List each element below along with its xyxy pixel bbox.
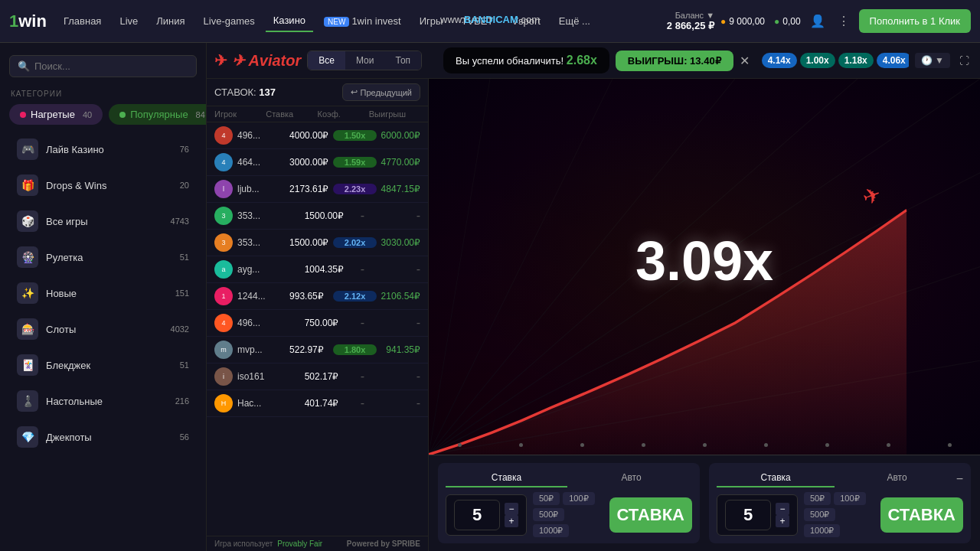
table-icon: ♟️ <box>17 390 38 412</box>
player-name: 353... <box>237 237 289 248</box>
nav-live[interactable]: Live <box>112 11 145 31</box>
preset-500-2[interactable]: 500₽ <box>804 508 835 521</box>
preset-500-1[interactable]: 500₽ <box>533 508 564 521</box>
sidebar-count-all-games: 4743 <box>171 217 189 226</box>
player-name: 1244... <box>237 291 289 302</box>
live-casino-icon: 🎮 <box>17 139 38 160</box>
right-panel: ✈ Aviator Все Мои Топ Вы успели обналичи… <box>207 43 980 551</box>
sidebar-item-drops-wins[interactable]: 🎁 Drops & Wins 20 <box>6 168 200 203</box>
nav-tvbet[interactable]: TVBET <box>453 11 501 31</box>
game-right: ✈ 3.09x <box>429 79 980 551</box>
close-notification-btn[interactable]: ✕ <box>740 54 750 68</box>
stepper-plus-1[interactable]: + <box>505 515 518 527</box>
coef-badge: 1.59x <box>333 157 377 168</box>
player-avatar: 1 <box>214 287 233 305</box>
tab-top[interactable]: Топ <box>385 51 422 70</box>
sidebar-item-roulette[interactable]: 🎡 Рулетка 51 <box>6 240 200 275</box>
sidebar: 🔍 КАТЕГОРИИ Нагретые 40 Популярные 84 🎮 … <box>0 43 207 551</box>
green-coin-value: 0,00 <box>782 16 800 27</box>
nav-invest[interactable]: NEW1win invest <box>316 11 409 31</box>
player-avatar: 4 <box>214 314 233 332</box>
tab-group: Все Мои Топ <box>307 51 422 70</box>
preset-100-1[interactable]: 100₽ <box>563 492 594 505</box>
coef-badge: 2.02x <box>333 237 377 248</box>
coef-badge: 1.50x <box>333 130 377 141</box>
aviator-logo: ✈ Aviator <box>214 51 301 70</box>
stepper-minus-1[interactable]: − <box>505 503 518 515</box>
dot-2 <box>519 443 523 447</box>
gold-coin-icon: ● <box>720 16 726 27</box>
sidebar-item-jackpots[interactable]: 💎 Джекпоты 56 <box>6 419 200 455</box>
footer-bar: Игра использует Provably Fair Powered by… <box>207 536 428 551</box>
search-input[interactable] <box>34 60 188 72</box>
drops-wins-icon: 🎁 <box>17 174 38 196</box>
win-dash: - <box>364 316 420 330</box>
settings-icon-btn[interactable]: ⋮ <box>835 11 853 31</box>
tab-all[interactable]: Все <box>308 51 345 70</box>
prev-label: Предыдущий <box>361 88 412 97</box>
nav-games[interactable]: Игры <box>412 11 451 31</box>
sidebar-item-blackjack[interactable]: 🃏 Блекджек 51 <box>6 347 200 383</box>
preset-1000-1[interactable]: 1000₽ <box>533 524 569 537</box>
place-bet-btn-2[interactable]: СТАВКА <box>880 497 963 533</box>
search-box[interactable]: 🔍 <box>9 55 197 77</box>
spribe-text: Powered by SPRIBE <box>347 540 420 548</box>
balance-label[interactable]: Баланс ▼ <box>675 11 714 20</box>
bet-tab-auto-1[interactable]: Авто <box>570 469 692 487</box>
user-icon-btn[interactable]: 👤 <box>807 11 828 31</box>
jackpots-icon: 💎 <box>17 426 38 448</box>
prev-button[interactable]: ↩ Предыдущий <box>342 83 420 101</box>
history-btn[interactable]: 🕐 ▼ <box>915 53 950 68</box>
nav-more[interactable]: Ещё ... <box>551 11 598 31</box>
bet-tab-stake-1[interactable]: Ставка <box>446 469 567 487</box>
pill-hot[interactable]: Нагретые 40 <box>9 104 103 125</box>
provably-fair-text: Provably Fair <box>277 540 322 548</box>
preset-50-1[interactable]: 50₽ <box>533 492 560 505</box>
sidebar-item-live-casino[interactable]: 🎮 Лайв Казино 76 <box>6 132 200 167</box>
all-games-icon: 🎲 <box>17 210 38 232</box>
remove-panel-btn[interactable]: − <box>956 472 963 486</box>
player-name: ayg... <box>237 264 305 275</box>
table-row: i iso161 502.17₽ - - <box>207 364 428 390</box>
stepper-plus-2[interactable]: + <box>776 515 789 527</box>
dot-7 <box>825 443 829 447</box>
player-avatar: 4 <box>214 153 233 171</box>
pill-pop-count: 84 <box>196 110 205 119</box>
sidebar-item-all-games[interactable]: 🎲 Все игры 4743 <box>6 204 200 239</box>
sidebar-count-jackpots: 56 <box>180 432 189 442</box>
preset-100-2[interactable]: 100₽ <box>834 492 865 505</box>
place-bet-btn-1[interactable]: СТАВКА <box>609 497 692 533</box>
category-pills: Нагретые 40 Популярные 84 <box>0 101 206 131</box>
player-avatar: a <box>214 260 233 279</box>
nav-home[interactable]: Главная <box>56 11 109 31</box>
stepper-minus-2[interactable]: − <box>776 503 789 515</box>
sidebar-count-roulette: 51 <box>180 253 189 262</box>
bet-tab-stake-2[interactable]: Ставка <box>717 469 835 487</box>
tab-my[interactable]: Мои <box>345 51 385 70</box>
nav-livegames[interactable]: Live-games <box>196 11 263 31</box>
bets-count-label: СТАВОК: 137 <box>214 86 276 98</box>
bet-tab-auto-2[interactable]: Авто <box>838 469 956 487</box>
nav-casino[interactable]: Казино <box>266 10 313 32</box>
fullscreen-icon-btn[interactable]: ⛶ <box>956 52 972 70</box>
dot-1 <box>458 443 462 447</box>
table-row: 4 464... 3000.00₽ 1.59x 4770.00₽ <box>207 149 428 176</box>
gold-coins: ● 9 000,00 <box>720 16 765 27</box>
player-avatar: i <box>214 367 233 386</box>
sidebar-item-slots[interactable]: 🎰 Слоты 4032 <box>6 311 200 347</box>
sidebar-item-new[interactable]: ✨ Новые 151 <box>6 276 200 311</box>
pill-popular[interactable]: Популярные 84 <box>109 104 207 125</box>
nav-line[interactable]: Линия <box>149 11 192 31</box>
win-value: 941.35₽ <box>377 344 420 355</box>
nav-vsport[interactable]: Vsport <box>504 11 548 31</box>
sidebar-label-new: Новые <box>46 288 175 299</box>
win-dash: - <box>364 209 420 223</box>
preset-1000-2[interactable]: 1000₽ <box>804 524 840 537</box>
prev-icon: ↩ <box>351 87 358 97</box>
sidebar-item-table[interactable]: ♟️ Настольные 216 <box>6 383 200 419</box>
player-name: mvp... <box>237 344 289 355</box>
deposit-button[interactable]: Пополнить в 1 Клик <box>859 9 971 33</box>
table-row: 3 353... 1500.00₽ - - <box>207 203 428 230</box>
preset-50-2[interactable]: 50₽ <box>804 492 831 505</box>
player-avatar: m <box>214 341 233 359</box>
